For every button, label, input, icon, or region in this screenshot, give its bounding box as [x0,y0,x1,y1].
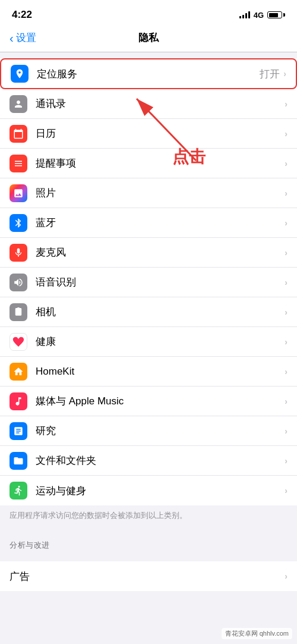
location-services-chevron: › [283,69,286,78]
reminders-row[interactable]: 提醒事项 › [0,149,297,178]
motion-chevron: › [285,486,287,495]
speech-chevron: › [285,278,287,287]
contacts-icon [10,95,27,113]
homekit-chevron: › [285,367,287,376]
reminders-chevron: › [285,159,287,168]
page-title: 隐私 [138,31,159,45]
back-button[interactable]: ‹ 设置 [10,31,36,45]
status-right: 4G [239,11,285,20]
calendar-chevron: › [285,129,287,139]
location-services-label: 定位服务 [37,67,260,81]
contacts-chevron: › [285,99,287,109]
bluetooth-chevron: › [285,218,287,228]
research-row[interactable]: 研究 › [0,416,297,446]
battery-icon [267,11,285,18]
research-label: 研究 [36,424,285,438]
photos-row[interactable]: 照片 › [0,178,297,208]
speech-row[interactable]: 语音识别 › [0,268,297,297]
contacts-row[interactable]: 通讯录 › [0,89,297,119]
research-icon [10,422,27,440]
back-chevron-icon: ‹ [10,32,14,44]
network-label: 4G [254,11,264,20]
advertising-chevron: › [285,571,287,581]
microphone-chevron: › [285,248,287,257]
speech-icon [10,274,27,291]
camera-label: 相机 [36,305,285,319]
homekit-label: HomeKit [36,366,285,378]
signal-icon [239,11,250,18]
camera-chevron: › [285,307,287,317]
page-wrapper: 4:22 4G ‹ 设置 隐私 [0,0,297,644]
nav-bar: ‹ 设置 隐私 [0,26,297,52]
microphone-row[interactable]: 麦克风 › [0,238,297,268]
health-icon [10,333,27,351]
calendar-row[interactable]: 日历 › [0,119,297,149]
status-bar: 4:22 4G [0,0,297,26]
microphone-label: 麦克风 [36,246,285,259]
photos-icon [10,184,27,202]
photos-chevron: › [285,189,287,198]
health-row[interactable]: 健康 › [0,327,297,357]
reminders-label: 提醒事项 [36,156,285,170]
advertising-label: 广告 [10,570,285,583]
calendar-label: 日历 [36,127,285,140]
files-row[interactable]: 文件和文件夹 › [0,446,297,476]
watermark: 青花安卓网 qhhlv.com [222,628,292,639]
main-list-group: 定位服务 打开 › 通讯录 › [0,58,297,505]
note-text: 应用程序请求访问您的数据时会被添加到以上类别。 [0,505,297,528]
status-time: 4:22 [12,9,32,21]
analysis-section-header: 分析与改进 [0,528,297,555]
files-label: 文件和文件夹 [36,454,285,467]
photos-label: 照片 [36,186,285,200]
settings-section: 定位服务 打开 › 通讯录 › [0,58,297,591]
microphone-icon [10,244,27,262]
contacts-label: 通讯录 [36,97,285,111]
motion-row[interactable]: 运动与健身 › [0,476,297,505]
calendar-icon [10,125,27,143]
advertising-row[interactable]: 广告 › [0,561,297,591]
location-services-value: 打开 [260,67,280,81]
media-chevron: › [285,397,287,406]
homekit-row[interactable]: HomeKit › [0,357,297,387]
research-chevron: › [285,426,287,436]
camera-icon [10,303,27,321]
bottom-group: 广告 › [0,561,297,591]
motion-label: 运动与健身 [36,484,285,498]
camera-row[interactable]: 相机 › [0,297,297,327]
location-services-row[interactable]: 定位服务 打开 › [0,58,297,89]
back-label: 设置 [16,31,36,45]
media-label: 媒体与 Apple Music [36,394,285,408]
reminders-icon [10,155,27,172]
files-icon [10,452,27,470]
location-icon [11,65,29,83]
media-row[interactable]: 媒体与 Apple Music › [0,387,297,416]
motion-icon [10,482,27,500]
homekit-icon [10,363,27,381]
bluetooth-icon [10,214,27,232]
health-label: 健康 [36,335,285,348]
bluetooth-label: 蓝牙 [36,216,285,230]
bluetooth-row[interactable]: 蓝牙 › [0,208,297,238]
files-chevron: › [285,456,287,466]
speech-label: 语音识别 [36,275,285,289]
health-chevron: › [285,337,287,347]
media-icon [10,392,27,410]
